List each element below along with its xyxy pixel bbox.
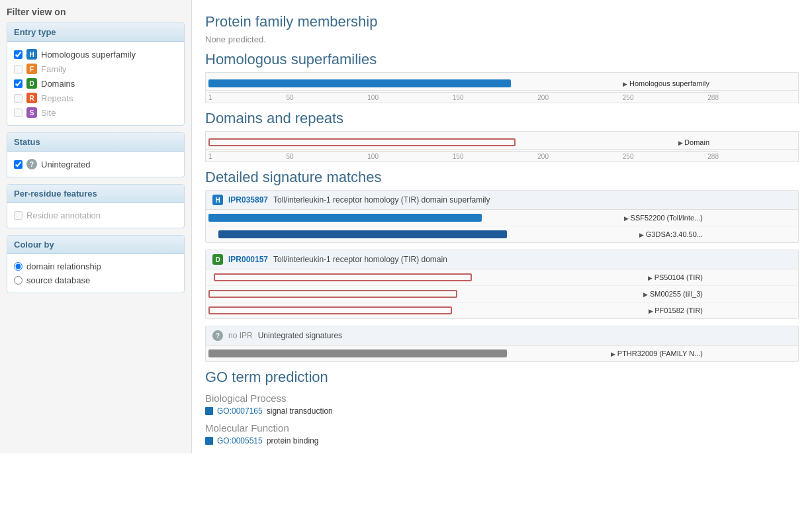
sig-ipr-link-1[interactable]: IPR000157 — [228, 255, 268, 264]
domains-repeats-title: Domains and repeats — [205, 110, 799, 127]
sig-track-2-0: PTHR32009 (FAMILY N...) — [206, 346, 798, 361]
radio-label-domain_relationship: domain relationship — [26, 261, 101, 271]
filter-item-repeats: R Repeats — [14, 91, 177, 105]
colour-by-section: Colour by domain relationship source dat… — [7, 235, 185, 293]
domains-bar — [208, 138, 516, 146]
sig-desc-0: Toll/interleukin-1 receptor homology (TI… — [273, 195, 490, 205]
detailed-section: Detailed signature matches H IPR035897 T… — [205, 169, 799, 362]
radio-label-source_database: source database — [26, 275, 90, 285]
status-body: ? Unintegrated — [7, 152, 184, 177]
sig-bar-label-2-0[interactable]: PTHR32009 (FAMILY N...) — [611, 349, 703, 357]
label-family: Family — [41, 64, 66, 74]
status-header: Status — [7, 133, 184, 152]
checkbox-family[interactable] — [14, 65, 23, 73]
filter-item-site: S Site — [14, 105, 177, 120]
label-domains: Domains — [41, 79, 75, 89]
go-section-title-0: Biological Process — [205, 393, 799, 404]
homologous-bar-container: Homologous superfamily — [208, 77, 712, 90]
sig-badge-2: ? — [212, 330, 223, 341]
domains-bar-label[interactable]: Domain — [678, 138, 709, 146]
homologous-ticks: 1 50 100 150 200 250 288 — [208, 92, 719, 101]
per-residue-section: Per-residue features Residue annotation — [7, 184, 185, 228]
sig-block-1: D IPR000157 Toll/interleukin-1 receptor … — [205, 250, 799, 319]
sig-bar-0-0 — [208, 214, 482, 222]
checkbox-homologous[interactable] — [14, 50, 23, 59]
sig-block-0: H IPR035897 Toll/interleukin-1 receptor … — [205, 190, 799, 243]
go-section-0: Biological Process GO:0007165 signal tra… — [205, 393, 799, 416]
badge-unintegrated: ? — [26, 159, 37, 169]
sig-desc-1: Toll/interleukin-1 receptor homology (TI… — [273, 255, 447, 264]
filter-item-residue_annotation: Residue annotation — [14, 209, 177, 222]
homologous-section: Homologous superfamilies Homologous supe… — [205, 51, 799, 103]
label-residue_annotation: Residue annotation — [26, 210, 101, 220]
sig-header-2: ? no IPR Unintegrated signatures — [206, 326, 798, 346]
sig-tracks-2: PTHR32009 (FAMILY N...) — [206, 346, 798, 361]
entry-type-section: Entry type H Homologous superfamily F Fa… — [7, 23, 185, 126]
sig-bar-label-1-1[interactable]: SM00255 (till_3) — [643, 290, 703, 298]
sig-track-1-1: SM00255 (till_3) — [206, 286, 798, 302]
badge-homologous: H — [26, 49, 37, 60]
sig-bar-1-2 — [208, 306, 452, 314]
sig-tracks-1: PS50104 (TIR) SM00255 (till_3) PF01582 (… — [206, 269, 798, 318]
go-label-0-0: signal transduction — [267, 406, 333, 416]
sig-block-2: ? no IPR Unintegrated signatures PTHR320… — [205, 326, 799, 362]
sig-bar-label-1-0[interactable]: PS50104 (TIR) — [648, 273, 703, 281]
filter-item-homologous: H Homologous superfamily — [14, 47, 177, 62]
per-residue-header: Per-residue features — [7, 185, 184, 203]
go-section-title-1: Molecular Function — [205, 422, 799, 434]
main-content: Protein family membership None predicted… — [192, 0, 812, 453]
homologous-title: Homologous superfamilies — [205, 51, 799, 68]
sig-tracks-0: SSF52200 (Toll/Inte...) G3DSA:3.40.50... — [206, 210, 798, 242]
sig-ipr-link-0[interactable]: IPR035897 — [228, 195, 268, 205]
sig-bar-label-0-1[interactable]: G3DSA:3.40.50... — [639, 230, 703, 238]
go-terms-title: GO term prediction — [205, 369, 799, 386]
sig-track-1-0: PS50104 (TIR) — [206, 269, 798, 286]
checkbox-residue_annotation[interactable] — [14, 211, 23, 220]
sig-bar-2-0 — [208, 349, 507, 357]
label-repeats: Repeats — [41, 93, 73, 103]
entry-type-body: H Homologous superfamily F Family D Doma… — [7, 42, 184, 125]
filter-item-domains: D Domains — [14, 76, 177, 91]
radio-domain_relationship[interactable] — [14, 262, 23, 271]
protein-family-title: Protein family membership — [205, 13, 799, 30]
per-residue-body: Residue annotation — [7, 203, 184, 228]
domains-track: Domain — [205, 131, 799, 150]
radio-source_database[interactable] — [14, 276, 23, 285]
sig-bar-container-1-2: PF01582 (TIR) — [208, 305, 705, 316]
go-icon-1-0 — [205, 437, 213, 445]
homologous-bar-label[interactable]: Homologous superfamily — [623, 79, 709, 87]
sig-header-1: D IPR000157 Toll/interleukin-1 receptor … — [206, 250, 798, 269]
sig-badge-1: D — [212, 254, 223, 265]
go-link-1-0[interactable]: GO:0005515 — [217, 436, 263, 445]
sig-header-0: H IPR035897 Toll/interleukin-1 receptor … — [206, 191, 798, 210]
label-unintegrated: Unintegrated — [41, 160, 90, 169]
sidebar-title: Filter view on — [7, 7, 185, 17]
homologous-axis: 1 50 100 150 200 250 288 — [205, 91, 799, 103]
radio-item-domain_relationship: domain relationship — [14, 259, 177, 273]
filter-item-unintegrated: ? Unintegrated — [14, 157, 177, 171]
sig-bar-container-1-0: PS50104 (TIR) — [208, 272, 705, 283]
domains-bar-container: Domain — [208, 136, 712, 149]
go-sections-container: Biological Process GO:0007165 signal tra… — [205, 393, 799, 445]
sig-bar-label-1-2[interactable]: PF01582 (TIR) — [649, 306, 703, 314]
sig-bar-container-2-0: PTHR32009 (FAMILY N...) — [208, 348, 705, 359]
homologous-bar — [208, 79, 511, 87]
colour-by-body: domain relationship source database — [7, 254, 184, 293]
checkbox-unintegrated[interactable] — [14, 160, 23, 169]
go-link-0-0[interactable]: GO:0007165 — [217, 406, 263, 416]
checkbox-domains[interactable] — [14, 79, 23, 88]
domains-ticks: 1 50 100 150 200 250 288 — [208, 151, 719, 160]
go-icon-0-0 — [205, 407, 213, 415]
sig-bar-label-0-0[interactable]: SSF52200 (Toll/Inte...) — [624, 214, 703, 222]
checkbox-repeats[interactable] — [14, 94, 23, 103]
sig-track-0-1: G3DSA:3.40.50... — [206, 226, 798, 242]
sig-bar-container-0-1: G3DSA:3.40.50... — [208, 229, 705, 240]
sig-bar-1-0 — [214, 273, 473, 281]
sig-bar-container-1-1: SM00255 (till_3) — [208, 289, 705, 299]
checkbox-site[interactable] — [14, 109, 23, 117]
homologous-track: Homologous superfamily — [205, 72, 799, 91]
sig-track-0-0: SSF52200 (Toll/Inte...) — [206, 210, 798, 226]
go-label-1-0: protein binding — [267, 436, 319, 445]
badge-site: S — [26, 107, 37, 118]
label-homologous: Homologous superfamily — [41, 50, 136, 60]
